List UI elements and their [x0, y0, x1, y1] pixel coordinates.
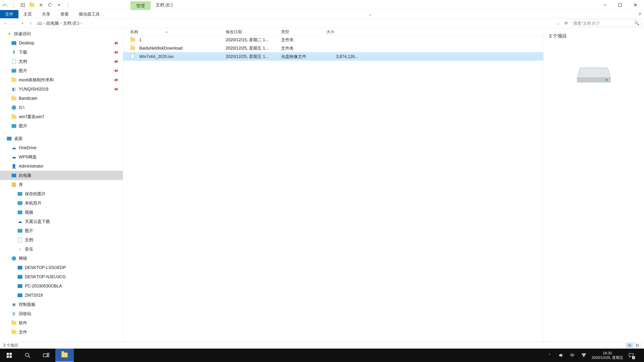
sidebar-item[interactable]: ★快速访问 [0, 29, 123, 38]
col-size[interactable]: 大小 [326, 29, 358, 34]
sidebar-item[interactable]: Bandicam [0, 94, 123, 103]
sidebar-item[interactable]: 图片 [0, 226, 123, 235]
sidebar-item[interactable]: 图片 [0, 121, 123, 131]
file-row[interactable]: Win7x64_2020.iso2020/12/25, 星期五 1...光盘映像… [123, 52, 544, 61]
qat-newfolder-icon[interactable] [29, 2, 35, 8]
pin-icon: 📌 [112, 86, 119, 92]
nav-up-button[interactable]: ↑ [28, 20, 34, 27]
sidebar-item-label: 网络 [19, 256, 27, 261]
sidebar-item[interactable]: PC-20190530OBLA [0, 281, 123, 291]
sidebar-item[interactable]: 本机照片 [0, 198, 123, 208]
qat-undo-icon[interactable] [47, 2, 53, 8]
sidebar-item[interactable]: 图片📌 [0, 66, 123, 75]
file-row[interactable]: BaiduNetdiskDownload2020/12/25, 星期五 1...… [123, 44, 544, 52]
sidebar-item-label: 文档 [25, 237, 33, 243]
col-date[interactable]: 修改日期 [226, 29, 281, 34]
svg-rect-19 [43, 354, 47, 357]
sidebar-item[interactable]: 文档📌 [0, 57, 123, 66]
sidebar-item[interactable]: 文件 [0, 328, 123, 337]
sidebar-item[interactable]: G:\ [0, 103, 123, 112]
nav-back-button[interactable]: ← [2, 20, 9, 27]
taskbar-explorer-button[interactable] [55, 349, 74, 362]
sidebar-item[interactable]: 库 [0, 180, 123, 189]
sidebar-item[interactable]: 👤Administrator [0, 162, 123, 171]
sidebar-item[interactable]: 桌面 [0, 134, 123, 143]
sidebar-item[interactable]: win7重装win7 [0, 112, 123, 121]
breadcrumb-item[interactable]: 此电脑 [46, 20, 59, 26]
clock-time: 16:32 [592, 351, 623, 356]
folder-icon [12, 96, 16, 101]
sidebar-item[interactable]: 此电脑 [0, 171, 123, 180]
minimize-button[interactable] [599, 1, 611, 9]
close-button[interactable]: ✕ [629, 1, 641, 9]
sidebar-item[interactable]: 视频 [0, 208, 123, 217]
svg-rect-0 [21, 3, 24, 7]
sidebar-item[interactable]: excel表格制作求和📌 [0, 75, 123, 84]
start-button[interactable] [0, 349, 18, 362]
ribbon-tab-file[interactable]: 文件 [0, 10, 18, 18]
search-box[interactable]: 搜索"文档 (E:)" 🔍 [571, 20, 642, 27]
action-center-icon[interactable]: 3 [628, 352, 634, 359]
chevron-right-icon[interactable]: › [43, 21, 46, 26]
nav-forward-button[interactable]: → [11, 20, 18, 27]
qat-dropdown-icon[interactable]: ▾ [56, 2, 62, 8]
sidebar-item[interactable]: ☁WPS网盘 [0, 152, 123, 162]
file-type: 文件夹 [281, 37, 326, 42]
ribbon-expand-icon[interactable]: ⌄ [366, 10, 374, 18]
sidebar-item[interactable]: ⬇下载📌 [0, 48, 123, 57]
svg-rect-15 [7, 356, 9, 358]
file-row[interactable]: 12020/12/15, 星期二 1...文件夹 [123, 35, 544, 44]
sidebar-item[interactable]: 网络 [0, 254, 123, 263]
tool-contextual-tab[interactable]: 管理 [130, 2, 150, 10]
sidebar-item[interactable]: ☁OneDrive [0, 143, 123, 152]
chevron-right-icon[interactable]: › [60, 21, 62, 26]
sidebar-item[interactable]: 🗑回收站 [0, 309, 123, 318]
sidebar-item-label: excel表格制作求和 [19, 77, 54, 83]
pic-icon [18, 210, 22, 215]
svg-rect-2 [619, 3, 622, 6]
chevron-right-icon[interactable]: › [80, 21, 83, 26]
ribbon-tab-view[interactable]: 查看 [55, 10, 74, 18]
sidebar-item[interactable]: ▣控制面板 [0, 300, 123, 309]
address-bar[interactable]: › 此电脑 › 文档 (E:) › [36, 20, 553, 26]
col-type[interactable]: 类型 [281, 29, 326, 34]
sidebar-item[interactable]: ♪音乐 [0, 245, 123, 254]
search-icon[interactable]: 🔍 [634, 21, 640, 26]
sidebar-item[interactable]: ◧YUNQISHI2019📌 [0, 84, 123, 94]
sidebar-item[interactable]: 保存的图片 [0, 189, 123, 198]
ribbon-tab-share[interactable]: 共享 [37, 10, 55, 18]
address-dropdown-icon[interactable]: ⌄ [555, 20, 562, 27]
sidebar-item-label: 天翼云盘下载 [25, 219, 50, 224]
volume-icon[interactable] [558, 352, 564, 359]
sidebar-item-label: Bandicam [19, 96, 38, 101]
tray-app-icon[interactable] [580, 352, 587, 359]
sidebar-item[interactable]: ☁天翼云盘下载 [0, 217, 123, 226]
sidebar-item[interactable]: DESKTOP-LSSOEDP [0, 263, 123, 272]
task-view-button[interactable] [37, 349, 55, 362]
ime-indicator[interactable]: 中 [569, 352, 576, 359]
nav-recent-dropdown[interactable]: ▾ [19, 20, 26, 27]
view-large-icons-button[interactable] [634, 343, 641, 348]
col-name[interactable]: 名称▲ [130, 29, 226, 34]
refresh-icon[interactable]: ⟳ [563, 20, 570, 27]
sidebar-item[interactable]: ZMT2019 [0, 291, 123, 300]
sidebar-item[interactable]: 软件 [0, 318, 123, 328]
ribbon-tab-drivetools[interactable]: 驱动器工具 [74, 10, 105, 18]
ribbon-tab-home[interactable]: 主页 [18, 10, 37, 18]
svg-rect-16 [10, 356, 12, 358]
file-size: 3,874,126... [326, 54, 358, 59]
qat-delete-icon[interactable]: ✕ [38, 2, 44, 8]
taskbar-clock[interactable]: 16:32 2020/12/25, 星期五 [592, 351, 623, 360]
sidebar-item-label: G:\ [19, 105, 24, 110]
sidebar-item[interactable]: Desktop📌 [0, 38, 123, 48]
maximize-button[interactable] [614, 1, 626, 9]
view-details-button[interactable] [626, 343, 633, 348]
qat-properties-icon[interactable] [20, 2, 26, 8]
taskbar-search-button[interactable] [18, 349, 37, 362]
breadcrumb-item[interactable]: 文档 (E:) [63, 20, 79, 26]
tray-overflow-icon[interactable]: ˄ [546, 352, 553, 359]
sidebar-item[interactable]: DESKTOP-NJEU3CG [0, 272, 123, 281]
sidebar-item[interactable]: 文档 [0, 235, 123, 245]
help-icon[interactable]: ? [636, 10, 644, 18]
file-date: 2020/12/25, 星期五 1... [226, 54, 281, 59]
